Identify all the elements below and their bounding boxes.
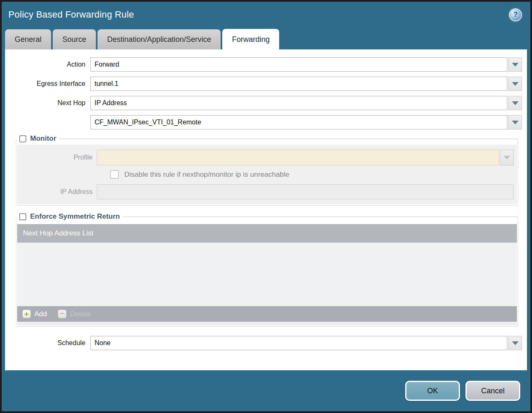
monitor-ip-address-row: IP Address (17, 184, 514, 199)
egress-interface-dropdown-button[interactable] (508, 77, 522, 91)
monitor-legend: Monitor (16, 134, 59, 143)
disable-rule-checkbox (110, 170, 119, 179)
forwarding-tab-panel: Action Forward Egress Interface tunnel.1 (5, 49, 527, 370)
chevron-down-icon (512, 82, 519, 86)
action-label: Action (10, 61, 90, 68)
egress-interface-combo: tunnel.1 (90, 77, 522, 91)
next-hop-address-list-header: Next Hop Address List (17, 224, 517, 243)
egress-interface-input[interactable]: tunnel.1 (90, 77, 507, 91)
chevron-down-icon (512, 341, 519, 345)
tab-bar: General Source Destination/Application/S… (2, 28, 530, 49)
delete-button: − Delete (58, 310, 90, 318)
ok-button[interactable]: OK (405, 381, 460, 401)
monitor-legend-label: Monitor (30, 134, 56, 143)
enforce-symmetric-return-legend-label: Enforce Symmetric Return (30, 212, 120, 221)
monitor-ip-address-input (97, 184, 514, 199)
enforce-symmetric-return-fieldset: Enforce Symmetric Return Next Hop Addres… (16, 212, 518, 327)
policy-based-forwarding-dialog: Policy Based Forwarding Rule ? General S… (2, 2, 530, 411)
add-button[interactable]: + Add (22, 310, 47, 318)
action-input[interactable]: Forward (90, 57, 507, 72)
profile-dropdown-button (500, 150, 514, 165)
monitor-panel: Profile Disable this rule if nexthop/mon… (17, 145, 517, 204)
monitor-checkbox[interactable] (19, 135, 26, 142)
tab-general[interactable]: General (5, 29, 51, 49)
profile-row: Profile (17, 150, 514, 165)
delete-button-label: Delete (70, 310, 90, 318)
chevron-down-icon (512, 63, 519, 67)
help-icon[interactable]: ? (510, 9, 521, 21)
next-hop-dropdown-button[interactable] (508, 96, 522, 110)
profile-combo (97, 150, 514, 165)
next-hop-label: Next Hop (10, 99, 90, 107)
chevron-down-icon (512, 101, 519, 105)
tab-forwarding[interactable]: Forwarding (222, 29, 279, 49)
dialog-title: Policy Based Forwarding Rule (8, 9, 134, 20)
disable-rule-label: Disable this rule if nexthop/monitor ip … (124, 170, 289, 179)
enforce-symmetric-return-checkbox[interactable] (19, 213, 26, 220)
next-hop-input[interactable]: IP Address (90, 96, 507, 110)
monitor-ip-address-label: IP Address (17, 188, 97, 196)
title-bar: Policy Based Forwarding Rule ? (2, 2, 530, 28)
schedule-combo: None (90, 336, 522, 350)
action-row: Action Forward (10, 57, 522, 72)
schedule-dropdown-button[interactable] (508, 336, 522, 350)
action-combo: Forward (90, 57, 522, 72)
next-hop-row: Next Hop IP Address (10, 96, 522, 110)
chevron-down-icon (512, 121, 519, 124)
next-hop-address-list-body[interactable] (17, 243, 517, 306)
table-bottom-strip (17, 322, 517, 325)
next-hop-address-row: CF_MWAN_IPsec_VTI_01_Remote (10, 115, 522, 129)
schedule-row: Schedule None (10, 336, 522, 350)
add-button-label: Add (34, 310, 47, 318)
cancel-button[interactable]: Cancel (465, 381, 520, 401)
tab-destination-application-service[interactable]: Destination/Application/Service (98, 29, 221, 49)
plus-icon: + (22, 310, 31, 318)
next-hop-combo: IP Address (90, 96, 522, 110)
egress-interface-row: Egress Interface tunnel.1 (10, 77, 522, 91)
next-hop-address-list-table: Next Hop Address List + Add − Delete (17, 224, 517, 325)
table-toolbar: + Add − Delete (17, 306, 517, 322)
profile-input (97, 150, 499, 165)
schedule-label: Schedule (10, 339, 90, 347)
next-hop-address-dropdown-button[interactable] (508, 115, 522, 129)
chevron-down-icon (504, 156, 510, 160)
footer-bar: OK Cancel (2, 370, 530, 411)
disable-rule-row: Disable this rule if nexthop/monitor ip … (110, 170, 514, 179)
dialog-frame: Policy Based Forwarding Rule ? General S… (0, 0, 532, 413)
next-hop-address-input[interactable]: CF_MWAN_IPsec_VTI_01_Remote (90, 115, 507, 129)
schedule-input[interactable]: None (90, 336, 507, 350)
enforce-symmetric-return-legend: Enforce Symmetric Return (16, 212, 123, 221)
egress-interface-label: Egress Interface (10, 80, 90, 88)
action-dropdown-button[interactable] (508, 57, 522, 72)
minus-icon: − (58, 310, 67, 318)
next-hop-address-combo: CF_MWAN_IPsec_VTI_01_Remote (90, 115, 522, 129)
monitor-fieldset: Monitor Profile Disable (16, 134, 518, 206)
tab-source[interactable]: Source (53, 29, 96, 49)
profile-label: Profile (17, 154, 97, 161)
